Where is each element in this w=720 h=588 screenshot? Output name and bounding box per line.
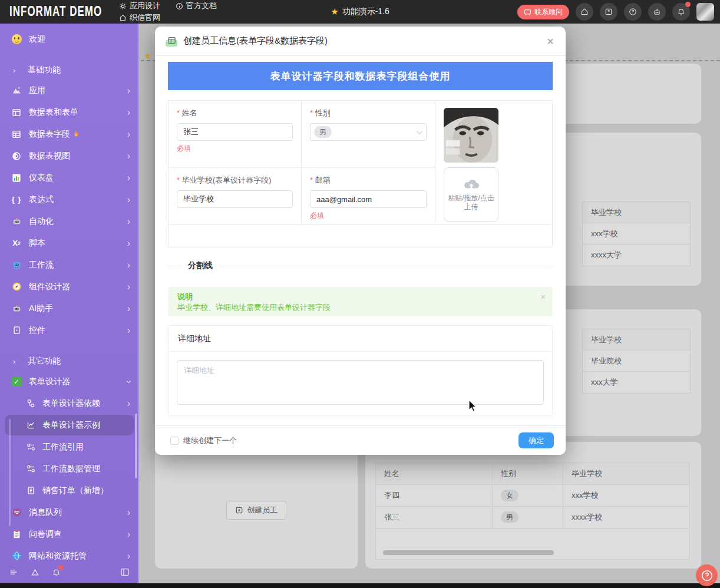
table-fields-icon xyxy=(11,128,22,140)
chevron-right-icon: › xyxy=(127,130,130,139)
app-window: INFORMAT DEMO 应用设计 官方文档 织信官网 ★ 功能演示-1.6 … xyxy=(0,0,720,588)
chevron-right-icon: › xyxy=(127,260,130,270)
field-gender: 性别 男 xyxy=(302,101,435,168)
page-title: ★ 功能演示-1.6 xyxy=(331,6,389,17)
sidebar-item-table-views[interactable]: 数据表视图 › xyxy=(0,145,138,167)
field-label: 邮箱 xyxy=(310,175,427,186)
field-label: 姓名 xyxy=(177,108,293,118)
form-banner: 表单设计器字段和数据表字段组合使用 xyxy=(168,62,553,90)
close-icon[interactable]: × xyxy=(547,35,554,47)
modal-title: 创建员工信息(表单字段&数据表字段) xyxy=(183,35,547,47)
app-logo: INFORMAT DEMO xyxy=(9,4,98,21)
robot-icon xyxy=(11,303,22,315)
flow-icon xyxy=(25,441,37,453)
nav-official-site[interactable]: 织信官网 xyxy=(119,12,160,23)
sidebar: 欢迎 › 基础功能 应用 › 数据表和表单 › 数据表字段 › xyxy=(0,24,138,583)
field-school: 毕业学校(表单设计器字段) xyxy=(169,168,302,225)
expression-icon: { } xyxy=(11,194,22,206)
continue-checkbox-label[interactable]: 继续创建下一个 xyxy=(183,435,237,446)
field-label: 性别 xyxy=(310,108,427,118)
collapse-panel-icon[interactable] xyxy=(120,567,130,577)
sidebar-item-automation[interactable]: 自动化 › xyxy=(0,210,138,232)
sidebar-item-ai-assistant[interactable]: AI助手 › xyxy=(0,298,138,319)
sidebar-item-message-queue[interactable]: 消息队列 › xyxy=(0,501,138,523)
sidebar-item-sales-order[interactable]: 销售订单（新增） xyxy=(0,480,138,501)
flame-icon xyxy=(72,130,80,138)
mouse-cursor xyxy=(468,399,477,412)
sidebar-item-scripts[interactable]: X2 脚本 › xyxy=(0,232,138,254)
continue-checkbox[interactable] xyxy=(170,437,179,445)
contact-advisor-button[interactable]: 联系顾问 xyxy=(517,5,569,19)
assistant-button[interactable] xyxy=(648,3,666,21)
sidebar-footer xyxy=(0,561,138,583)
notifications-button[interactable] xyxy=(672,3,690,21)
sidebar-item-form-designer[interactable]: ✓ 表单设计器 › xyxy=(0,371,138,392)
sidebar-item-survey[interactable]: 问卷调查 › xyxy=(0,523,138,545)
table-view-icon xyxy=(11,150,22,162)
sidebar-item-app[interactable]: 应用 › xyxy=(0,80,138,101)
field-email: 邮箱 必填 xyxy=(302,168,435,225)
field-name: 姓名 必填 xyxy=(169,101,302,168)
home-icon xyxy=(580,8,589,16)
help-button[interactable] xyxy=(624,3,642,21)
sidebar-scrollbar[interactable] xyxy=(135,414,137,478)
smiley-icon xyxy=(11,34,22,45)
dashboard-icon xyxy=(11,172,22,184)
address-textarea[interactable] xyxy=(177,360,544,405)
form-designer-check-icon: ✓ xyxy=(11,376,22,388)
chevron-right-icon: › xyxy=(127,282,130,292)
confirm-button[interactable]: 确定 xyxy=(518,432,554,448)
nav-official-docs[interactable]: 官方文档 xyxy=(176,1,217,11)
name-input[interactable] xyxy=(177,123,293,141)
list-icon[interactable] xyxy=(8,567,19,577)
sidebar-item-widgets[interactable]: 控件 › xyxy=(0,319,138,341)
chevron-right-icon: › xyxy=(127,399,130,408)
bell-icon[interactable] xyxy=(51,567,61,577)
sidebar-group-other[interactable]: › 其它功能 xyxy=(0,352,138,371)
sidebar-group-basic[interactable]: › 基础功能 xyxy=(0,61,138,80)
floating-help-button[interactable] xyxy=(696,564,718,586)
info-icon xyxy=(176,2,183,10)
chevron-right-icon: › xyxy=(127,108,130,117)
user-avatar[interactable] xyxy=(696,3,714,21)
gender-tag: 男 xyxy=(314,126,332,138)
sidebar-item-component-designer[interactable]: 组件设计器 › xyxy=(0,276,138,298)
upload-dropzone[interactable]: 粘贴/拖放/点击上传 xyxy=(444,167,498,222)
sidebar-item-workflow-data[interactable]: 工作流数据管理 xyxy=(0,458,138,480)
sidebar-item-workflow[interactable]: 工作流 › xyxy=(0,254,138,276)
employee-photo[interactable] xyxy=(444,108,498,163)
sidebar-item-form-designer-deps[interactable]: 表单设计器依赖 › xyxy=(0,392,138,414)
line-chart-icon xyxy=(25,419,37,431)
chat-icon xyxy=(524,8,531,16)
close-icon[interactable]: × xyxy=(540,292,546,302)
sidebar-item-workflow-ref[interactable]: 工作流引用 xyxy=(0,436,138,458)
chevron-down-icon xyxy=(417,128,422,134)
form-grid: 姓名 必填 性别 男 xyxy=(168,100,553,247)
message-queue-icon xyxy=(11,507,22,518)
sidebar-item-expressions[interactable]: { } 表达式 › xyxy=(0,189,138,210)
workflow-robot-icon xyxy=(11,259,22,271)
robot-icon xyxy=(11,216,22,227)
sidebar-item-welcome[interactable]: 欢迎 xyxy=(0,28,138,50)
required-hint: 必填 xyxy=(177,144,293,154)
email-input[interactable] xyxy=(310,190,427,208)
gear-icon xyxy=(119,2,127,10)
divider-label: 分割线 xyxy=(188,260,213,271)
school-input[interactable] xyxy=(177,190,293,208)
document-icon xyxy=(25,485,37,497)
home-button[interactable] xyxy=(576,3,593,21)
sidebar-item-table-fields[interactable]: 数据表字段 › xyxy=(0,123,138,145)
alert-title: 说明 xyxy=(177,292,533,302)
empty-form-row xyxy=(169,225,552,247)
feedback-button[interactable] xyxy=(600,3,617,21)
triangle-icon[interactable] xyxy=(29,567,40,577)
sidebar-item-form-designer-examples[interactable]: 表单设计器示例 xyxy=(0,414,138,436)
nav-app-design[interactable]: 应用设计 xyxy=(119,1,160,11)
chevron-right-icon: › xyxy=(127,195,130,204)
sidebar-item-tables-forms[interactable]: 数据表和表单 › xyxy=(0,101,138,123)
chevron-right-icon: › xyxy=(127,151,130,161)
gender-select[interactable]: 男 xyxy=(310,123,427,141)
star-icon: ★ xyxy=(331,6,338,17)
flow-icon xyxy=(25,463,37,475)
sidebar-item-dashboard[interactable]: 仪表盘 › xyxy=(0,167,138,189)
